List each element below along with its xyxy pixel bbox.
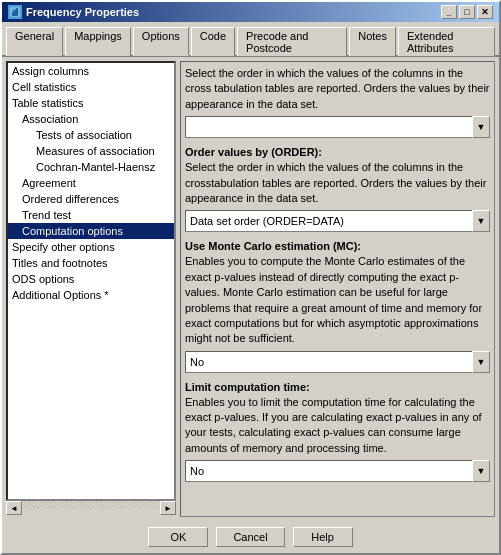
tab-options[interactable]: Options [133,27,189,56]
left-horiz-scrollbar: ◄ ► [6,501,176,517]
tab-notes[interactable]: Notes [349,27,396,56]
tab-code[interactable]: Code [191,27,235,56]
monte-carlo-label: Use Monte Carlo estimation (MC): [185,240,490,252]
limit-computation-text: Enables you to limit the computation tim… [185,395,490,457]
minimize-button[interactable]: _ [441,5,457,19]
nav-association[interactable]: Association [8,111,174,127]
close-button[interactable]: ✕ [477,5,493,19]
title-bar-left: Frequency Properties [8,5,139,19]
tab-general[interactable]: General [6,27,63,56]
tab-mappings[interactable]: Mappings [65,27,131,56]
limit-computation-label: Limit computation time: [185,381,490,393]
nav-titles-footnotes[interactable]: Titles and footnotes [8,255,174,271]
nav-list: Assign columns Cell statistics Table sta… [8,63,174,499]
right-scroll-area[interactable]: Select the order in which the values of … [180,61,495,517]
left-scroll-left-btn[interactable]: ◄ [6,501,22,515]
monte-carlo-dropdown-container: No Yes ▼ [185,351,490,373]
left-panel-container: Assign columns Cell statistics Table sta… [6,61,176,517]
nav-agreement[interactable]: Agreement [8,175,174,191]
order-columns-dropdown[interactable]: Data set order (ORDER=DATA) Formatted va… [185,116,490,138]
nav-cochran[interactable]: Cochran-Mantel-Haensz [8,159,174,175]
tab-precode-postcode[interactable]: Precode and Postcode [237,27,347,56]
title-buttons: _ □ ✕ [441,5,493,19]
svg-rect-1 [12,12,14,16]
title-bar: Frequency Properties _ □ ✕ [2,2,499,22]
nav-table-statistics[interactable]: Table statistics [8,95,174,111]
svg-rect-3 [16,8,18,16]
order-values-label: Order values by (ORDER): [185,146,490,158]
main-content: Assign columns Cell statistics Table sta… [2,57,499,521]
order-values-text: Select the order in which the values of … [185,160,490,206]
order-values-dropdown-container: Data set order (ORDER=DATA) Formatted va… [185,210,490,232]
left-panel: Assign columns Cell statistics Table sta… [6,61,176,501]
maximize-button[interactable]: □ [459,5,475,19]
tab-bar: General Mappings Options Code Precode an… [2,22,499,57]
cancel-button[interactable]: Cancel [216,527,284,547]
nav-specify-other[interactable]: Specify other options [8,239,174,255]
left-scroll-right-btn[interactable]: ► [160,501,176,515]
tab-extended-attributes[interactable]: Extended Attributes [398,27,495,56]
section-monte-carlo: Use Monte Carlo estimation (MC): Enables… [185,240,490,372]
nav-computation-options[interactable]: Computation options [8,223,174,239]
nav-tests-association[interactable]: Tests of association [8,127,174,143]
nav-trend-test[interactable]: Trend test [8,207,174,223]
section-limit-computation: Limit computation time: Enables you to l… [185,381,490,483]
monte-carlo-text: Enables you to compute the Monte Carlo e… [185,254,490,346]
ok-button[interactable]: OK [148,527,208,547]
nav-ods-options[interactable]: ODS options [8,271,174,287]
window-title: Frequency Properties [26,6,139,18]
right-panel-container: Select the order in which the values of … [180,61,495,517]
main-window: Frequency Properties _ □ ✕ General Mappi… [0,0,501,555]
nav-ordered-differences[interactable]: Ordered differences [8,191,174,207]
bottom-bar: OK Cancel Help [2,521,499,553]
nav-measures-association[interactable]: Measures of association [8,143,174,159]
section-order-columns: Select the order in which the values of … [185,66,490,138]
nav-additional-options[interactable]: Additional Options * [8,287,174,303]
section-order-columns-text: Select the order in which the values of … [185,66,490,112]
monte-carlo-dropdown[interactable]: No Yes [185,351,490,373]
help-button[interactable]: Help [293,527,353,547]
section-order-values: Order values by (ORDER): Select the orde… [185,146,490,232]
svg-rect-2 [14,10,16,16]
left-scroll-track [22,501,160,509]
nav-assign-columns[interactable]: Assign columns [8,63,174,79]
limit-computation-dropdown-container: No Yes ▼ [185,460,490,482]
app-icon [8,5,22,19]
nav-cell-statistics[interactable]: Cell statistics [8,79,174,95]
order-columns-dropdown-container: Data set order (ORDER=DATA) Formatted va… [185,116,490,138]
limit-computation-dropdown[interactable]: No Yes [185,460,490,482]
order-values-dropdown[interactable]: Data set order (ORDER=DATA) Formatted va… [185,210,490,232]
